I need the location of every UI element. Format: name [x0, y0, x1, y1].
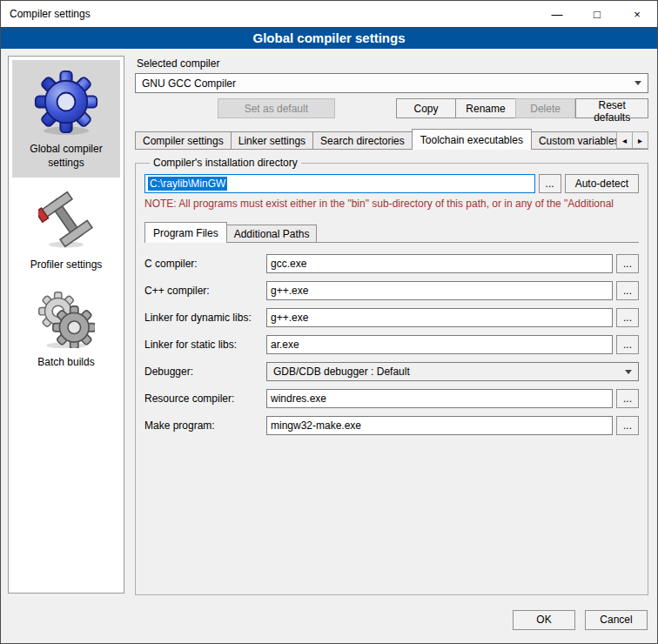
tab-additional-paths[interactable]: Additional Paths — [226, 225, 318, 243]
compiler-actions: Set as default Copy Rename Delete Reset … — [135, 98, 648, 118]
cancel-button[interactable]: Cancel — [585, 610, 648, 630]
title-bar: Compiler settings — □ × — [1, 1, 657, 27]
close-icon: × — [634, 8, 641, 21]
profiler-clamp-icon — [38, 188, 94, 251]
field-value: g++.exe — [271, 285, 308, 297]
window-title: Compiler settings — [1, 8, 91, 20]
window-controls: — □ × — [537, 1, 657, 27]
ok-button[interactable]: OK — [513, 610, 575, 630]
field-row-cpp-compiler: C++ compiler: g++.exe ... — [144, 281, 639, 300]
minimize-button[interactable]: — — [537, 1, 577, 27]
field-row-debugger: Debugger: GDB/CDB debugger : Default — [144, 362, 639, 381]
field-label: C++ compiler: — [144, 285, 266, 297]
auto-detect-button[interactable]: Auto-detect — [565, 174, 639, 193]
settings-sidebar: Global compiler settings Profiler settin… — [8, 56, 124, 594]
maximize-icon: □ — [594, 8, 601, 21]
static-linker-input[interactable]: ar.exe — [266, 335, 613, 354]
sidebar-item-global-compiler-settings[interactable]: Global compiler settings — [12, 60, 120, 178]
install-dir-input[interactable]: C:\raylib\MinGW — [144, 174, 535, 193]
tab-custom-variables[interactable]: Custom variables — [531, 131, 628, 150]
tab-toolchain-executables[interactable]: Toolchain executables — [412, 129, 532, 150]
selected-compiler-value: GNU GCC Compiler — [142, 77, 236, 90]
selected-compiler-label: Selected compiler — [137, 57, 648, 70]
tab-search-directories[interactable]: Search directories — [312, 131, 413, 150]
chevron-down-icon — [634, 81, 641, 85]
note-text: NOTE: All programs must exist either in … — [144, 198, 639, 210]
field-row-c-compiler: C compiler: gcc.exe ... — [144, 254, 639, 273]
sidebar-item-batch-builds[interactable]: Batch builds — [12, 282, 120, 378]
toolchain-fields: C compiler: gcc.exe ... C++ compiler: g+… — [144, 254, 639, 435]
tab-linker-settings[interactable]: Linker settings — [231, 131, 313, 150]
settings-tab-strip: Compiler settings Linker settings Search… — [135, 129, 648, 150]
close-button[interactable]: × — [617, 1, 657, 27]
blue-gear-icon — [33, 69, 99, 135]
field-value: GDB/CDB debugger : Default — [273, 366, 410, 378]
field-row-make-program: Make program: mingw32-make.exe ... — [144, 416, 639, 435]
dynamic-linker-input[interactable]: g++.exe — [266, 308, 613, 327]
tab-compiler-settings[interactable]: Compiler settings — [135, 131, 232, 150]
selected-compiler-select[interactable]: GNU GCC Compiler — [135, 73, 648, 93]
group-title: Compiler's installation directory — [150, 157, 301, 169]
set-as-default-button: Set as default — [218, 98, 335, 118]
static-linker-browse-button[interactable]: ... — [616, 335, 639, 354]
debugger-select[interactable]: GDB/CDB debugger : Default — [266, 362, 639, 381]
maximize-button[interactable]: □ — [577, 1, 617, 27]
field-label: C compiler: — [144, 258, 266, 270]
install-dir-row: C:\raylib\MinGW ... Auto-detect — [144, 174, 639, 193]
field-label: Linker for static libs: — [144, 339, 266, 351]
field-label: Debugger: — [144, 366, 266, 378]
field-value: mingw32-make.exe — [271, 419, 361, 432]
field-value: windres.exe — [271, 392, 326, 405]
make-program-input[interactable]: mingw32-make.exe — [266, 416, 613, 435]
chevron-down-icon — [625, 370, 632, 374]
c-compiler-browse-button[interactable]: ... — [616, 254, 639, 273]
field-row-resource-compiler: Resource compiler: windres.exe ... — [144, 389, 639, 408]
installation-directory-group: Compiler's installation directory C:\ray… — [135, 157, 648, 595]
field-row-static-linker: Linker for static libs: ar.exe ... — [144, 335, 639, 354]
copy-button[interactable]: Copy — [396, 98, 457, 118]
tab-scroll-left-button[interactable]: ◂ — [616, 131, 633, 149]
field-value: g++.exe — [271, 312, 308, 324]
gray-gears-icon — [37, 291, 95, 348]
dialog-content: Global compiler settings Profiler settin… — [1, 49, 657, 604]
tab-program-files[interactable]: Program Files — [144, 222, 227, 243]
cpp-compiler-browse-button[interactable]: ... — [616, 281, 639, 300]
tab-scrollers: ◂ ▸ — [617, 131, 648, 149]
arrow-right-icon: ▸ — [638, 136, 642, 145]
resource-compiler-browse-button[interactable]: ... — [616, 389, 639, 408]
sidebar-item-label: Global compiler settings — [16, 143, 117, 170]
arrow-left-icon: ◂ — [622, 136, 627, 145]
c-compiler-input[interactable]: gcc.exe — [266, 254, 613, 273]
main-panel: Selected compiler GNU GCC Compiler Set a… — [135, 56, 648, 600]
field-label: Resource compiler: — [144, 392, 266, 405]
rename-button[interactable]: Rename — [455, 98, 516, 118]
install-dir-browse-button[interactable]: ... — [539, 174, 561, 193]
field-value: gcc.exe — [271, 258, 306, 270]
sidebar-item-profiler-settings[interactable]: Profiler settings — [12, 179, 120, 280]
minimize-icon: — — [552, 8, 563, 21]
delete-button: Delete — [515, 98, 576, 118]
page-title: Global compiler settings — [1, 27, 657, 49]
field-label: Make program: — [144, 419, 266, 432]
cpp-compiler-input[interactable]: g++.exe — [266, 281, 613, 300]
dynamic-linker-browse-button[interactable]: ... — [616, 308, 639, 327]
sidebar-item-label: Profiler settings — [30, 258, 103, 272]
compiler-settings-window: Compiler settings — □ × Global compiler … — [0, 0, 658, 644]
sidebar-item-label: Batch builds — [37, 356, 94, 370]
field-row-dynamic-linker: Linker for dynamic libs: g++.exe ... — [144, 308, 639, 327]
reset-defaults-button[interactable]: Reset defaults — [575, 98, 648, 118]
make-program-browse-button[interactable]: ... — [616, 416, 639, 435]
program-files-tab-strip: Program Files Additional Paths — [144, 223, 639, 243]
tab-scroll-right-button[interactable]: ▸ — [632, 131, 648, 149]
install-dir-value: C:\raylib\MinGW — [148, 177, 227, 191]
resource-compiler-input[interactable]: windres.exe — [266, 389, 613, 408]
dialog-footer: OK Cancel — [1, 604, 657, 643]
field-label: Linker for dynamic libs: — [144, 312, 266, 324]
field-value: ar.exe — [271, 339, 299, 351]
